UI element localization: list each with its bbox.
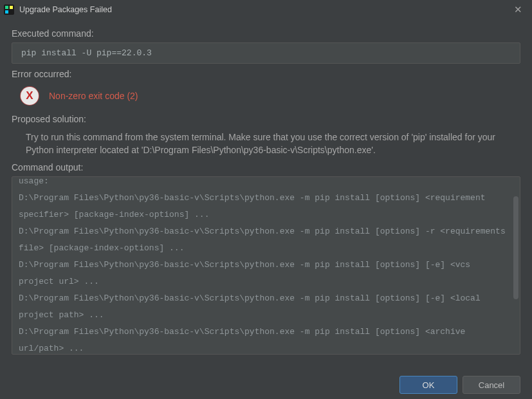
app-icon [4,5,14,15]
dialog-button-row: OK Cancel [399,376,520,394]
output-line: D:\Program Files\Python\py36-basic-v\Scr… [19,324,507,355]
dialog-content: Executed command: pip install -U pip==22… [0,19,532,355]
error-row: X Non-zero exit code (2) [12,83,520,109]
titlebar: Upgrade Packages Failed ✕ [0,0,532,19]
proposed-solution-label: Proposed solution: [12,114,520,124]
ok-button[interactable]: OK [399,376,457,394]
executed-command-label: Executed command: [12,28,520,39]
error-occurred-label: Error occurred: [12,69,520,79]
scrollbar-thumb[interactable] [513,196,518,299]
output-line: D:\Program Files\Python\py36-basic-v\Scr… [19,290,507,324]
error-message: Non-zero exit code (2) [49,91,138,101]
executed-command-box[interactable]: pip install -U pip==22.0.3 [12,42,520,64]
output-line: usage: [19,176,507,190]
output-line: D:\Program Files\Python\py36-basic-v\Scr… [19,257,507,290]
svg-rect-2 [10,6,13,9]
proposed-solution-text: Try to run this command from the system … [12,128,507,157]
command-output-box[interactable]: usage: D:\Program Files\Python\py36-basi… [12,176,520,355]
output-line: D:\Program Files\Python\py36-basic-v\Scr… [19,190,507,223]
command-output-label: Command output: [12,162,520,172]
window-title: Upgrade Packages Failed [19,5,509,14]
cancel-button[interactable]: Cancel [463,376,520,394]
close-icon[interactable]: ✕ [509,1,527,19]
svg-rect-1 [5,6,8,9]
output-line: D:\Program Files\Python\py36-basic-v\Scr… [19,223,507,257]
error-x-icon: X [21,87,39,105]
svg-rect-3 [5,10,8,14]
